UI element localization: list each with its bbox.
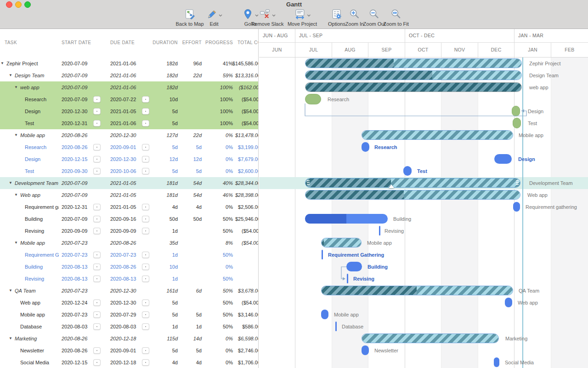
due-date-picker-button[interactable] xyxy=(142,120,149,126)
task-name-cell[interactable]: Building xyxy=(25,213,59,225)
task-name-cell[interactable]: Web app xyxy=(20,189,59,201)
duration-cell[interactable]: 5d xyxy=(152,165,178,177)
table-row[interactable]: Research2020-07-092020-07-2210d100%($54.… xyxy=(0,93,259,105)
summary-bar[interactable] xyxy=(321,238,362,247)
start-date-cell[interactable]: 2020-07-23 xyxy=(62,309,87,321)
duration-cell[interactable]: 1d xyxy=(152,273,178,285)
total-cost-cell[interactable]: $145,586.00 xyxy=(211,58,259,69)
total-cost-cell[interactable]: ($54.00) xyxy=(211,105,259,117)
start-date-cell[interactable]: 2020-12-15 xyxy=(62,356,87,368)
total-cost-cell[interactable]: $2,600.00 xyxy=(211,165,259,177)
table-row[interactable]: Design2020-12-152020-12-3012d12d0%$7,679… xyxy=(0,153,259,165)
duration-cell[interactable]: 4d xyxy=(152,356,178,368)
effort-cell[interactable] xyxy=(175,261,202,273)
start-date-cell[interactable]: 2020-08-26 xyxy=(62,345,87,356)
start-date-cell[interactable]: 2020-07-09 xyxy=(62,81,87,93)
start-date-picker-button[interactable] xyxy=(93,216,101,222)
due-date-cell[interactable]: 2020-07-29 xyxy=(110,309,136,321)
start-date-cell[interactable]: 2020-12-31 xyxy=(62,117,87,129)
table-row[interactable]: ▼web app2020-07-092021-01-06182d100%($16… xyxy=(0,81,259,93)
toolbar-back-to-map-button[interactable]: Back to Map xyxy=(175,9,204,27)
effort-cell[interactable]: 6d xyxy=(175,285,202,297)
start-date-cell[interactable]: 2020-08-03 xyxy=(62,321,87,333)
effort-cell[interactable] xyxy=(175,237,202,249)
table-row[interactable]: Design2020-12-302021-01-055d100%($54.00) xyxy=(0,105,259,117)
start-date-cell[interactable]: 2020-08-26 xyxy=(62,333,87,345)
table-row[interactable]: Research2020-08-262020-09-015d5d0%$3,199… xyxy=(0,141,259,153)
toolbar-zoom-in-button[interactable]: Zoom In xyxy=(345,9,364,27)
effort-cell[interactable] xyxy=(175,225,202,237)
duration-cell[interactable]: 10d xyxy=(152,261,178,273)
due-date-picker-button[interactable] xyxy=(142,252,149,258)
due-date-cell[interactable]: 2021-01-05 xyxy=(110,201,136,213)
duration-cell[interactable]: 181d xyxy=(152,189,178,201)
due-date-picker-button[interactable] xyxy=(142,156,149,162)
due-date-picker-button[interactable] xyxy=(142,311,149,318)
start-date-cell[interactable]: 2020-12-30 xyxy=(62,105,87,117)
toolbar-remove-slack-button[interactable]: Remove Slack xyxy=(251,9,284,27)
due-date-picker-button[interactable] xyxy=(142,168,149,174)
task-name-cell[interactable]: Marketing xyxy=(15,333,59,345)
due-date-cell[interactable]: 2020-12-30 xyxy=(110,297,136,309)
table-row[interactable]: Revising2020-08-132020-08-131d50% xyxy=(0,273,259,285)
total-cost-cell[interactable]: ($54.00) xyxy=(211,93,259,105)
total-cost-cell[interactable]: ($54.00) xyxy=(211,237,259,249)
effort-cell[interactable]: 5d xyxy=(175,165,202,177)
summary-bar[interactable] xyxy=(305,178,520,188)
one-day-task-tick[interactable] xyxy=(379,226,380,236)
due-date-cell[interactable]: 2021-01-06 xyxy=(110,81,136,93)
start-date-cell[interactable]: 2020-07-23 xyxy=(62,249,87,261)
summary-bar[interactable] xyxy=(321,286,513,295)
start-date-picker-button[interactable] xyxy=(93,108,101,115)
start-date-picker-button[interactable] xyxy=(93,204,101,210)
total-cost-cell[interactable] xyxy=(211,261,259,273)
start-date-picker-button[interactable] xyxy=(93,96,101,103)
summary-bar[interactable] xyxy=(305,190,520,200)
task-name-cell[interactable]: Mobile app xyxy=(20,129,59,141)
effort-cell[interactable]: 5d xyxy=(175,309,202,321)
due-date-picker-button[interactable] xyxy=(142,108,149,115)
effort-cell[interactable]: 5d xyxy=(175,345,202,356)
total-cost-cell[interactable]: ($54.00) xyxy=(211,225,259,237)
start-date-picker-button[interactable] xyxy=(93,252,101,258)
table-row[interactable]: ▼Marketing2020-08-262020-12-18115d14d0%$… xyxy=(0,333,259,345)
table-row[interactable]: Web app2020-12-242020-12-305d50%($54.00) xyxy=(0,297,259,309)
start-date-cell[interactable]: 2020-07-09 xyxy=(62,58,87,69)
start-date-cell[interactable]: 2020-07-09 xyxy=(62,213,87,225)
table-row[interactable]: ▼QA Team2020-07-232020-12-30161d6d50%$3,… xyxy=(0,285,259,297)
column-header-total-cost[interactable]: TOTAL COST xyxy=(237,40,259,45)
start-date-cell[interactable]: 2020-09-09 xyxy=(62,225,87,237)
table-row[interactable]: ▼Mobile app2020-07-232020-08-2635d8%($54… xyxy=(0,237,259,249)
task-name-cell[interactable]: Mobile app xyxy=(20,309,59,321)
due-date-picker-button[interactable] xyxy=(142,323,149,330)
start-date-picker-button[interactable] xyxy=(93,311,101,318)
start-date-picker-button[interactable] xyxy=(93,359,101,366)
start-date-cell[interactable]: 2020-07-09 xyxy=(62,69,87,81)
toolbar-options-button[interactable]: Options xyxy=(328,9,345,27)
start-date-cell[interactable]: 2020-09-30 xyxy=(62,165,87,177)
duration-cell[interactable]: 10d xyxy=(152,93,178,105)
task-name-cell[interactable]: Database xyxy=(20,321,59,333)
effort-cell[interactable]: 12d xyxy=(175,153,202,165)
due-date-cell[interactable]: 2020-09-16 xyxy=(110,213,136,225)
total-cost-cell[interactable]: $1,706.00 xyxy=(211,356,259,368)
start-date-cell[interactable]: 2020-07-23 xyxy=(62,237,87,249)
due-date-cell[interactable]: 2020-10-06 xyxy=(110,165,136,177)
table-row[interactable]: Building2020-07-092020-09-1650d50d50%$25… xyxy=(0,213,259,225)
task-name-cell[interactable]: Requirement Gathering xyxy=(25,249,59,261)
start-date-cell[interactable]: 2020-08-26 xyxy=(62,129,87,141)
chevron-down-icon[interactable] xyxy=(271,11,276,19)
due-date-cell[interactable]: 2021-01-05 xyxy=(110,189,136,201)
task-name-cell[interactable]: Design xyxy=(25,153,59,165)
due-date-cell[interactable]: 2020-09-01 xyxy=(110,141,136,153)
table-row[interactable]: Test2020-09-302020-10-065d5d0%$2,600.00 xyxy=(0,165,259,177)
completed-task-bar[interactable] xyxy=(513,118,521,128)
effort-cell[interactable] xyxy=(175,273,202,285)
column-header-start-date[interactable]: START DATE xyxy=(62,40,91,45)
bar-resize-grip-left[interactable] xyxy=(307,180,310,186)
total-cost-cell[interactable]: ($54.00) xyxy=(211,117,259,129)
duration-cell[interactable]: 5d xyxy=(152,117,178,129)
start-date-picker-button[interactable] xyxy=(93,156,101,162)
start-date-picker-button[interactable] xyxy=(93,264,101,270)
total-cost-cell[interactable]: $3,146.00 xyxy=(211,309,259,321)
